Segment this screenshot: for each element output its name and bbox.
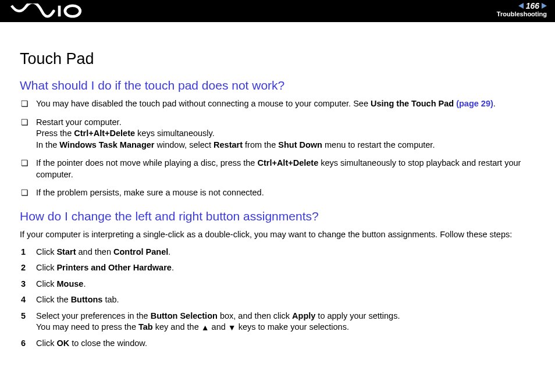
- text-bold: Windows Task Manager: [59, 140, 154, 149]
- list-item: 6 Click OK to close the window.: [20, 338, 535, 350]
- text: menu to restart the computer.: [322, 140, 435, 149]
- text-bold: Apply: [292, 311, 315, 320]
- next-page-arrow-icon[interactable]: [542, 3, 547, 9]
- step-number: 6: [21, 338, 26, 350]
- page-title: Touch Pad: [20, 50, 535, 68]
- text: You may need to press the: [36, 322, 138, 332]
- step-number: 4: [21, 294, 26, 306]
- text: .: [493, 99, 496, 108]
- text-bold: Printers and Other Hardware: [56, 263, 171, 272]
- text-bold: Restart: [214, 140, 243, 149]
- text: Press the: [36, 129, 74, 138]
- text-bold: Button Selection: [151, 311, 218, 320]
- text-bold: Tab: [138, 322, 153, 332]
- text: from the: [243, 140, 278, 149]
- question-1-list: You may have disabled the touch pad with…: [20, 98, 535, 199]
- page-link[interactable]: (page 29): [454, 99, 493, 108]
- text: Click the: [36, 295, 71, 304]
- text-bold: Ctrl+Alt+Delete: [74, 129, 135, 138]
- list-item: If the pointer does not move while playi…: [20, 158, 535, 180]
- page-nav: 166 Troubleshooting: [497, 1, 547, 17]
- step-number: 3: [21, 279, 26, 290]
- text-bold: OK: [56, 338, 69, 348]
- text-bold: Control Panel: [113, 247, 168, 256]
- text: keys to make your selections.: [236, 322, 349, 332]
- text-bold: Shut Down: [278, 140, 322, 149]
- list-item: You may have disabled the touch pad with…: [20, 98, 535, 110]
- text: If the pointer does not move while playi…: [36, 158, 257, 168]
- list-item: 3 Click Mouse.: [20, 279, 535, 290]
- step-number: 2: [21, 262, 26, 274]
- text: .: [83, 279, 86, 288]
- text: keys simultaneously.: [135, 129, 215, 138]
- header-bar: 166 Troubleshooting: [0, 0, 555, 22]
- prev-page-arrow-icon[interactable]: [518, 3, 524, 9]
- text: Select your preferences in the: [36, 311, 151, 320]
- text-bold: Mouse: [56, 279, 83, 288]
- text-bold: Start: [56, 247, 76, 256]
- text: box, and then click: [218, 311, 292, 320]
- page-number: 166: [526, 1, 539, 10]
- text: key and the: [153, 322, 201, 332]
- text-bold: Buttons: [71, 295, 103, 304]
- text: Click: [36, 338, 56, 348]
- text-bold: Ctrl+Alt+Delete: [257, 158, 318, 168]
- section-label: Troubleshooting: [497, 10, 547, 17]
- text: Click: [36, 263, 56, 272]
- svg-point-1: [65, 6, 80, 17]
- svg-rect-0: [58, 6, 61, 17]
- steps-list: 1 Click Start and then Control Panel. 2 …: [20, 247, 535, 350]
- text: .: [172, 263, 174, 272]
- text-bold: Using the Touch Pad: [371, 99, 454, 108]
- list-item: Restart your computer. Press the Ctrl+Al…: [20, 117, 535, 151]
- arrow-up-icon: ▲: [201, 323, 209, 332]
- question-1-heading: What should I do if the touch pad does n…: [20, 79, 535, 92]
- text: to close the window.: [69, 338, 147, 348]
- vaio-logo: [10, 3, 86, 19]
- text: Restart your computer.: [36, 117, 122, 127]
- step-number: 5: [21, 311, 26, 322]
- text: In the: [36, 140, 59, 149]
- text: window, select: [154, 140, 214, 149]
- text: and then: [76, 247, 114, 256]
- list-item: 5 Select your preferences in the Button …: [20, 311, 535, 333]
- list-item: 2 Click Printers and Other Hardware.: [20, 262, 535, 274]
- list-item: If the problem persists, make sure a mou…: [20, 187, 535, 199]
- text: and: [209, 322, 228, 332]
- text: tab.: [102, 295, 119, 304]
- question-2-intro: If your computer is interpreting a singl…: [20, 229, 535, 241]
- text: If the problem persists, make sure a mou…: [36, 188, 264, 197]
- content-area: Touch Pad What should I do if the touch …: [0, 22, 555, 365]
- list-item: 1 Click Start and then Control Panel.: [20, 247, 535, 258]
- text: Click: [36, 247, 56, 256]
- list-item: 4 Click the Buttons tab.: [20, 294, 535, 306]
- step-number: 1: [21, 247, 26, 258]
- question-2-heading: How do I change the left and right butto…: [20, 209, 535, 223]
- text: to apply your settings.: [315, 311, 400, 320]
- arrow-down-icon: ▼: [228, 323, 236, 332]
- text: Click: [36, 279, 56, 288]
- text: .: [168, 247, 170, 256]
- text: You may have disabled the touch pad with…: [36, 99, 371, 108]
